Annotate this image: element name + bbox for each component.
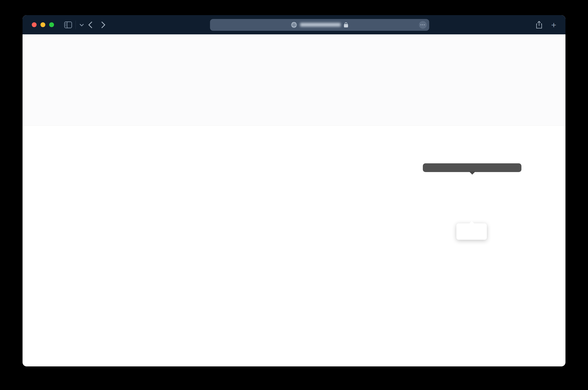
url-text-redacted — [300, 23, 341, 27]
expanded-history-panel — [23, 34, 565, 126]
window-controls — [32, 22, 54, 27]
chevron-down-icon[interactable] — [79, 23, 84, 26]
share-icon[interactable] — [536, 21, 542, 29]
more-options-button[interactable]: ⋯ — [419, 21, 427, 29]
close-window-button[interactable] — [32, 22, 37, 27]
back-button[interactable] — [88, 21, 93, 29]
toolbar-divider — [76, 21, 76, 29]
minimize-window-button[interactable] — [40, 22, 45, 27]
path-tooltip — [423, 163, 521, 172]
scheduler-app-list — [23, 34, 565, 126]
url-bar[interactable]: ⋯ — [210, 19, 429, 31]
backfill-popover — [456, 223, 487, 240]
sidebar-toggle-icon[interactable] — [64, 22, 72, 28]
new-tab-button[interactable]: + — [551, 21, 556, 29]
forward-button[interactable] — [101, 21, 106, 29]
globe-icon — [291, 22, 297, 28]
zoom-window-button[interactable] — [49, 22, 54, 27]
browser-window: ⋯ + — [23, 15, 565, 366]
browser-titlebar: ⋯ + — [23, 15, 565, 34]
lock-icon — [344, 22, 348, 28]
